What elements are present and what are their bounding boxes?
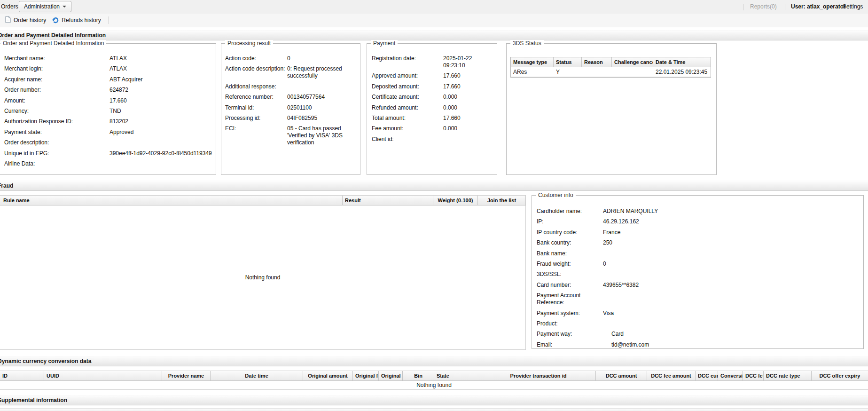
refunds-history-button[interactable]: Refunds history [49,15,103,26]
column-header[interactable]: UUID [44,371,162,380]
field-value: 0.000 [443,125,495,132]
document-icon [5,16,11,24]
reports-link[interactable]: Reports(0) [750,0,777,14]
column-header[interactable]: Result [343,196,433,205]
field-label: Bank country: [537,239,603,246]
field-value: TND [109,108,214,115]
field-label: Payment state: [4,129,109,136]
field-value: ATLAX [109,55,214,62]
fraud-table-body: Nothing found [0,206,526,350]
field-value: 02501100 [287,104,358,111]
field-label: Fee amount: [372,125,443,132]
field-value: 0.000 [443,94,495,101]
column-header[interactable]: Bin [403,371,434,380]
field-row: Certificate amount: 0.000 [372,94,495,101]
customer-info-rows: Cardholder name: ADRIEN MARQUILLY IP: 46… [532,208,861,352]
field-value: 0 [603,261,861,268]
column-header[interactable]: Rule name [0,196,343,205]
challenge-cancel-cell [612,67,653,77]
field-value: Approved [109,129,214,136]
field-label: IP: [537,218,603,225]
field-row: Bank country: 250 [537,239,861,246]
column-header[interactable]: DCC rate type [764,371,812,380]
settings-link[interactable]: Settings [843,0,863,14]
field-label: Client id: [372,136,443,143]
column-header[interactable]: State [434,371,481,380]
order-history-label: Order history [14,17,46,24]
field-row: Approved amount: 17.660 [372,72,495,79]
field-label: Payment way: [537,331,603,338]
menubar-separator [743,4,743,10]
field-value: 0.000 [443,104,495,111]
three-ds-table: Message typeStatusReasonChallenge cancel… [510,57,711,78]
field-row: Acquirer name: ABT Acquirer [4,76,214,83]
column-header[interactable]: DCC curr [696,371,718,380]
column-header[interactable]: ID [0,371,44,380]
column-header[interactable]: DCC fee [743,371,764,380]
field-row: ECI: 05 - Card has passed 'Verified by V… [225,125,358,146]
field-row: Processing id: 04IF082595 [225,115,358,122]
column-header[interactable]: Join the list [478,196,526,205]
column-header[interactable]: Date & Time [653,57,711,67]
date-time-cell: 22.01.2025 09:23:45 [653,67,711,77]
field-label: Merchant name: [4,55,109,62]
column-header[interactable]: Provider name [162,371,211,380]
field-label: ECI: [225,125,287,132]
processing-result-fieldset: Processing result Action code: 0 Action … [221,43,360,175]
menubar-separator [785,4,785,10]
column-header[interactable]: Status [554,57,582,67]
field-value: 0: Request processed successfully [287,65,358,79]
field-label: Reference number: [225,94,287,101]
payment-rows: Registration date: 2025-01-22 09:23:10 A… [367,55,495,146]
field-row: Card number: 439655**6382 [537,282,861,289]
column-header[interactable]: DCC offer expiry [812,371,868,380]
column-header[interactable]: Original amount [303,371,353,380]
field-label: Total amount: [372,115,443,122]
field-value: 17.660 [109,97,214,104]
administration-dropdown-button[interactable]: Administration [19,1,71,12]
field-row: IP country code: France [537,229,861,236]
field-row: Registration date: 2025-01-22 09:23:10 [372,55,495,69]
refresh-arrow-icon [52,16,59,25]
field-value: France [603,229,861,236]
field-row: Action code: 0 [225,55,358,62]
field-value: 250 [603,239,861,246]
refunds-history-label: Refunds history [62,17,101,24]
payment-fieldset: Payment Registration date: 2025-01-22 09… [367,43,497,175]
field-label: 3DS/SSL: [537,271,603,278]
column-header[interactable]: Date time [211,371,303,380]
field-row: Unique id in EPG: 390ee4ff-1d92-4029-92c… [4,150,214,157]
field-row: Refunded amount: 0.000 [372,104,495,111]
field-label: Terminal id: [225,104,287,111]
column-header[interactable]: DCC amount [596,371,647,380]
column-header[interactable]: Original f [353,371,379,380]
section-title: Dynamic currency conversion data [0,358,91,364]
field-value: 17.660 [443,115,495,122]
column-header[interactable]: Challenge cancel [612,57,653,67]
field-label: IP country code: [537,229,603,236]
field-label: Approved amount: [372,72,443,79]
menubar: Orders Administration Reports(0) User: a… [0,0,868,14]
column-header[interactable]: Message type [511,57,554,67]
field-value: tld@netim.com [603,341,861,348]
column-header[interactable]: Original c [379,371,403,380]
column-header[interactable]: Provider transaction id [481,371,596,380]
field-row: Currency: TND [4,108,214,115]
field-label: Certificate amount: [372,94,443,101]
section-bar-dcc: Dynamic currency conversion data [0,356,868,366]
section-title: Supplemental information [0,397,67,403]
dcc-table-header: IDUUIDProvider nameDate timeOriginal amo… [0,371,868,381]
field-row: Email: tld@netim.com [537,341,861,348]
field-value: Card [603,331,861,338]
field-row: Product: [537,320,861,327]
column-header[interactable]: Weight (0-100) [433,196,478,205]
field-label: Authorization Response ID: [4,118,109,125]
field-row: Order number: 624872 [4,87,214,94]
column-header[interactable]: DCC fee amount [647,371,696,380]
field-row: Reference number: 001340577564 [225,94,358,101]
order-history-button[interactable]: Order history [2,15,49,26]
section-title: Fraud [0,182,13,189]
column-header[interactable]: Conversi [718,371,743,380]
column-header[interactable]: Reason [582,57,612,67]
field-label: Processing id: [225,115,287,122]
